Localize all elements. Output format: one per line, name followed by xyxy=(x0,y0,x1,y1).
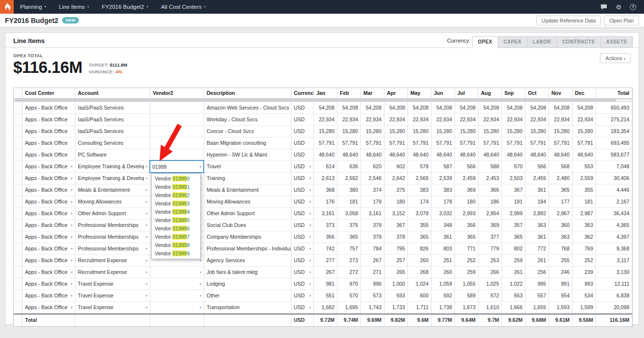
cell-month[interactable]: 252 xyxy=(572,255,596,266)
cell-month[interactable]: 3,152 xyxy=(384,208,408,219)
cell-month[interactable]: 362 xyxy=(572,231,596,243)
cell-month[interactable]: 365 xyxy=(502,231,525,243)
cell-month[interactable]: 15,280 xyxy=(502,126,525,137)
cell-month[interactable]: 277 xyxy=(314,255,337,266)
cell-month[interactable]: 570 xyxy=(337,290,361,301)
cell-month[interactable]: 2,559 xyxy=(572,173,596,184)
cell-description[interactable]: Other Admin Support xyxy=(204,208,291,219)
cell-month[interactable]: 365 xyxy=(408,231,431,243)
cell-month[interactable]: 1,738 xyxy=(431,302,455,313)
cell-cost-center[interactable]: Apps - Back Office▾ xyxy=(23,220,75,231)
cell-month[interactable]: 367 xyxy=(502,184,525,196)
cell-account[interactable]: Professional Memberships▾ xyxy=(75,220,150,231)
cell-month[interactable]: 179 xyxy=(361,196,384,207)
help-icon[interactable]: ? xyxy=(630,4,636,10)
cell-month[interactable]: 48,640 xyxy=(314,149,337,160)
vendor-option[interactable]: Vendor 019998 xyxy=(152,241,200,249)
cell-month[interactable]: 176 xyxy=(314,196,337,207)
cell-cost-center[interactable]: Apps - Back Office▾ xyxy=(23,267,75,278)
cell-month[interactable]: 257 xyxy=(384,255,408,266)
cell-month[interactable]: 2,999 xyxy=(502,208,525,219)
cell-month[interactable]: 578 xyxy=(408,161,431,172)
cell-month[interactable]: 534 xyxy=(572,290,596,301)
cell-month[interactable]: 1,743 xyxy=(361,302,384,313)
cell-month[interactable]: 771 xyxy=(455,243,478,254)
cell-month[interactable]: 1,695 xyxy=(337,302,361,313)
cell-month[interactable]: 180 xyxy=(455,196,478,207)
cell-month[interactable]: 239 xyxy=(572,267,596,278)
cell-currency[interactable]: USD xyxy=(291,114,314,125)
vendor-option[interactable]: Vendor 019992 xyxy=(152,191,200,200)
cell-month[interactable]: 366 xyxy=(478,184,502,196)
cell-month[interactable]: 177 xyxy=(549,196,572,207)
cell-month[interactable]: 22,934 xyxy=(455,114,478,125)
cell-month[interactable]: 996 xyxy=(361,278,384,290)
cell-month[interactable]: 3,161 xyxy=(314,208,337,219)
cell-month[interactable]: 22,934 xyxy=(478,114,502,125)
cell-month[interactable]: 15,280 xyxy=(572,126,596,137)
vendor-option[interactable]: Vendor 019990 xyxy=(152,175,200,183)
cell-month[interactable]: 48,640 xyxy=(549,149,572,160)
cell-month[interactable]: 1,599 xyxy=(572,302,596,313)
cell-month[interactable]: 2,565 xyxy=(408,173,431,184)
cell-cost-center[interactable]: Apps - Back Office▾ xyxy=(23,231,75,243)
cell-month[interactable]: 361 xyxy=(525,184,549,196)
cell-currency[interactable]: USD▾ xyxy=(291,184,314,196)
cell-currency[interactable]: USD▾ xyxy=(291,255,314,266)
cell-month[interactable]: 995 xyxy=(525,278,549,290)
cell-currency[interactable]: USD▾ xyxy=(291,243,314,254)
cell-month[interactable]: 383 xyxy=(431,184,455,196)
vendor-option[interactable]: Vendor 019994 xyxy=(152,208,200,216)
cell-month[interactable]: 1,024 xyxy=(408,278,431,290)
cell-month[interactable]: 557 xyxy=(525,290,549,301)
cell-currency[interactable]: USD xyxy=(291,126,314,137)
cell-account[interactable]: Other Admin Support▾ xyxy=(75,208,150,219)
cell-month[interactable]: 271 xyxy=(361,267,384,278)
cell-month[interactable]: 1,593 xyxy=(549,302,572,313)
cell-month[interactable]: 795 xyxy=(384,243,408,254)
cell-month[interactable]: 22,934 xyxy=(337,114,361,125)
cell-description[interactable]: Concur - Cloud Svcs xyxy=(204,126,291,137)
cell-month[interactable]: 1,666 xyxy=(502,302,525,313)
cell-month[interactable]: 553 xyxy=(572,161,596,172)
cell-month[interactable]: 379 xyxy=(361,231,384,243)
cell-month[interactable]: 54,208 xyxy=(384,102,408,113)
cell-total[interactable]: 7,048 xyxy=(596,161,632,172)
cell-month[interactable]: 593 xyxy=(384,290,408,301)
cell-month[interactable]: 54,208 xyxy=(314,102,337,113)
cell-account[interactable]: Professional Memberships▾ xyxy=(75,231,150,243)
cell-month[interactable]: 573 xyxy=(361,290,384,301)
cell-month[interactable]: 568 xyxy=(549,161,572,172)
cell-month[interactable]: 379 xyxy=(361,220,384,231)
cell-month[interactable]: 255 xyxy=(549,255,572,266)
cell-total[interactable]: 3,117 xyxy=(596,255,632,266)
cell-month[interactable]: 554 xyxy=(549,290,572,301)
cell-month[interactable]: 15,280 xyxy=(361,126,384,137)
cell-account[interactable]: PC Software xyxy=(75,149,150,160)
cell-month[interactable]: 360 xyxy=(549,220,572,231)
cell-month[interactable]: 1,711 xyxy=(408,302,431,313)
cell-month[interactable]: 48,640 xyxy=(384,149,408,160)
cell-month[interactable]: 566 xyxy=(525,161,549,172)
cell-account[interactable]: IaaS/PaaS Services xyxy=(75,114,150,125)
cell-month[interactable]: 356 xyxy=(314,231,337,243)
cell-month[interactable]: 184 xyxy=(525,196,549,207)
cell-month[interactable]: 602 xyxy=(384,161,408,172)
cell-month[interactable]: 48,640 xyxy=(431,149,455,160)
cell-cost-center[interactable]: Apps - Back Office▾ xyxy=(23,196,75,207)
cell-month[interactable]: 54,208 xyxy=(525,102,549,113)
scrollbar-thumb[interactable] xyxy=(15,99,616,101)
cell-month[interactable]: 57,791 xyxy=(478,137,502,149)
cell-month[interactable]: 178 xyxy=(431,196,455,207)
cell-cost-center[interactable]: Apps - Back Office▾ xyxy=(23,290,75,301)
cell-month[interactable]: 1,055 xyxy=(455,278,478,290)
cell-account[interactable]: Recruitment Expense▾ xyxy=(75,255,150,266)
cell-month[interactable]: 355 xyxy=(572,184,596,196)
vendor-option[interactable]: Vendor 019997 xyxy=(152,233,200,241)
cell-month[interactable]: 1,025 xyxy=(478,278,502,290)
cell-month[interactable]: 22,934 xyxy=(431,114,455,125)
cell-month[interactable]: 22,934 xyxy=(384,114,408,125)
cell-vendor[interactable] xyxy=(150,149,204,160)
cell-month[interactable]: 54,208 xyxy=(478,102,502,113)
cell-month[interactable]: 54,208 xyxy=(337,102,361,113)
